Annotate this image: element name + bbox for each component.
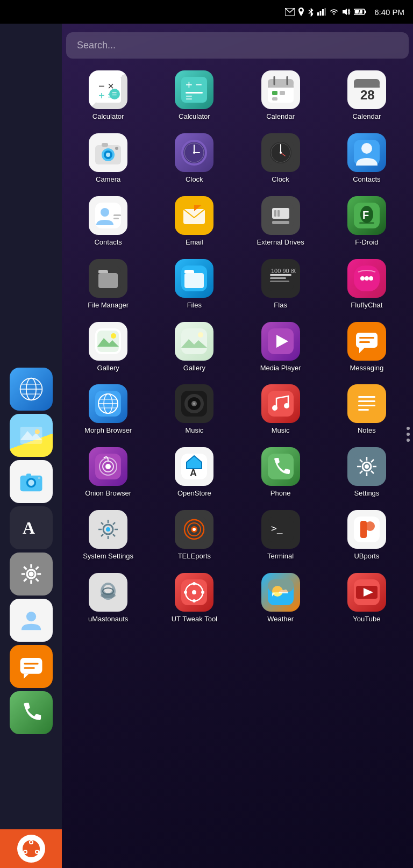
svg-rect-150 [358,405,375,406]
svg-rect-131 [359,337,374,339]
app-icon-music2 [261,384,300,423]
app-item-clock2[interactable]: Clock [239,130,323,188]
camera2-icon [18,468,45,495]
app-item-youtube[interactable]: YouTube [325,570,409,627]
sidebar-item-phone[interactable] [10,691,53,734]
svg-marker-38 [24,674,29,679]
svg-point-75 [115,147,118,150]
app-icon-messaging [347,322,386,361]
app-item-teleports[interactable]: TELEports [152,507,236,564]
svg-text:=: = [186,91,193,104]
app-item-files[interactable]: Files [152,256,236,313]
svg-rect-60 [268,85,294,88]
app-item-weather[interactable]: Weather [239,570,323,627]
svg-point-22 [28,480,34,486]
app-icon-ubports [347,510,386,549]
app-item-umastonauts[interactable]: uMastonauts [66,570,150,627]
app-item-gallery2[interactable]: Gallery [152,319,236,376]
app-item-fdroid[interactable]: FF-Droid [325,193,409,250]
app-label-notes: Notes [358,426,376,435]
app-item-notes[interactable]: Notes [325,381,409,439]
app-label-clock1: Clock [186,175,203,184]
app-item-calculator2[interactable]: +−=Calculator [152,67,236,125]
sidebar-item-messaging[interactable] [10,645,53,688]
svg-point-47 [36,851,38,853]
three-dots-menu[interactable] [403,421,413,447]
app-label-calculator1: Calculator [92,112,124,121]
app-item-flas[interactable]: 100 90 80Flas [239,256,323,313]
app-item-camera[interactable]: Camera [66,130,150,188]
svg-line-35 [24,579,26,582]
svg-line-33 [35,579,38,582]
svg-text:A: A [23,519,35,537]
svg-text:−: − [195,78,202,91]
app-item-phone[interactable]: Phone [239,444,323,501]
app-item-fluffychat[interactable]: FluffyChat [325,256,409,313]
app-icon-youtube [347,573,386,612]
svg-rect-113 [270,281,289,282]
svg-rect-132 [359,341,370,343]
app-item-music1[interactable]: Music [152,381,236,439]
app-item-clock1[interactable]: Clock [152,130,236,188]
svg-point-46 [24,851,26,853]
svg-rect-99 [272,221,289,224]
app-label-contacts2: Contacts [94,238,122,247]
app-item-contacts2[interactable]: Contacts [66,193,150,250]
app-item-extdrives[interactable]: External Drives [239,193,323,250]
sidebar-item-font[interactable]: A [10,506,53,549]
gear-icon [18,561,45,587]
search-bar[interactable]: Search... [66,32,409,59]
sidebar-item-gallery[interactable] [10,414,53,457]
svg-rect-101 [277,210,280,217]
app-item-terminal[interactable]: >_Terminal [239,507,323,564]
app-item-email[interactable]: Email [152,193,236,250]
sidebar-item-contacts[interactable] [10,599,53,642]
ubuntu-circle [17,835,45,863]
msg-icon [18,653,45,680]
ubuntu-logo [20,838,42,859]
app-item-messaging[interactable]: Messaging [325,319,409,376]
svg-rect-6 [325,8,326,16]
app-icon-morphbrowser [89,384,127,423]
app-item-syssettings[interactable]: System Settings [66,507,150,564]
app-item-contacts1[interactable]: Contacts [325,130,409,188]
app-label-openstore: OpenStore [177,489,211,498]
app-item-morphbrowser[interactable]: Morph Browser [66,381,150,439]
svg-point-190 [365,521,375,531]
app-item-ubports[interactable]: UBports [325,507,409,564]
app-item-music2[interactable]: Music [239,381,323,439]
app-item-uttweak[interactable]: UT Tweak Tool [152,570,236,627]
app-item-openstore[interactable]: AOpenStore [152,444,236,501]
sidebar-item-settings[interactable] [10,553,53,596]
sidebar-item-globe[interactable] [10,368,53,411]
ubuntu-button[interactable] [0,829,62,868]
svg-point-146 [284,403,289,408]
app-label-syssettings: System Settings [83,552,133,561]
app-label-onion: Onion Browser [85,489,131,498]
font-icon: A [18,514,45,541]
svg-point-91 [101,208,109,217]
app-item-mediaplayer[interactable]: Media Player [239,319,323,376]
svg-marker-7 [343,9,347,15]
app-item-calendar1[interactable]: Calendar [239,67,323,125]
app-label-phone: Phone [270,489,291,498]
app-item-onion[interactable]: Onion Browser [66,444,150,501]
app-item-calculator1[interactable]: − ×+ ==Calculator [66,67,150,125]
app-label-music1: Music [185,426,203,435]
svg-line-32 [24,566,26,569]
sidebar-item-camera[interactable] [10,460,53,503]
app-item-filemanager[interactable]: File Manager [66,256,150,313]
svg-text:100  90  80: 100 90 80 [271,268,296,274]
app-icon-weather [261,573,300,612]
svg-text:28: 28 [360,88,375,102]
status-bar: 6:40 PM [0,0,413,24]
svg-point-185 [193,528,196,531]
svg-rect-5 [322,9,324,16]
app-item-gallery1[interactable]: Gallery [66,319,150,376]
svg-line-34 [35,566,38,569]
svg-rect-189 [360,521,367,538]
app-item-settings[interactable]: Settings [325,444,409,501]
svg-rect-9 [365,11,367,13]
app-item-calendar2[interactable]: 28Calendar [325,67,409,125]
app-icon-camera [89,133,127,172]
